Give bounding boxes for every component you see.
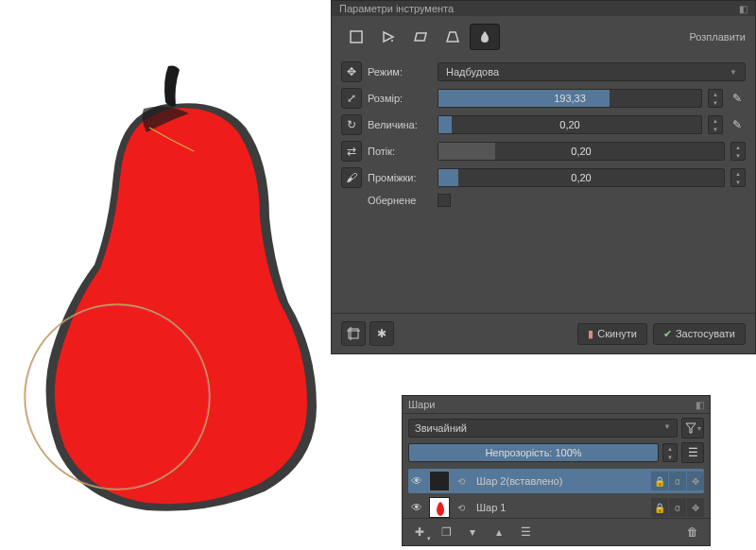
size-label: Розмір: — [368, 93, 432, 104]
tool-mode-perspective[interactable] — [438, 24, 468, 50]
canvas-area[interactable] — [0, 0, 331, 550]
mode-value: Надбудова — [446, 66, 499, 77]
layers-detach-icon[interactable]: ◧ — [696, 400, 704, 410]
visibility-icon[interactable]: 👁 — [408, 501, 425, 514]
svg-rect-2 — [351, 31, 362, 43]
alpha-lock-icon[interactable]: α — [669, 472, 686, 490]
expand-icon[interactable]: ⤢ — [341, 88, 362, 109]
flow-spinner[interactable]: ▲▼ — [730, 142, 746, 161]
layer-link-icon[interactable]: ⟲ — [454, 476, 469, 487]
panel-titlebar: Параметри інструмента ◧ — [332, 1, 755, 16]
blend-mode-value: Звичайний — [415, 422, 467, 434]
size-value: 193,33 — [438, 90, 701, 107]
layer-row[interactable]: 👁 ⟲ Шар 1 🔒 α ✥ — [408, 495, 704, 520]
layer-name[interactable]: Шар 2(вставлено) — [472, 475, 647, 487]
svg-point-3 — [391, 40, 393, 42]
flow-label: Потік: — [368, 146, 432, 157]
apply-button[interactable]: ✔Застосувати — [653, 323, 746, 345]
reverse-checkbox[interactable] — [438, 194, 451, 207]
magnitude-spinner[interactable]: ▲▼ — [708, 115, 723, 134]
flow-slider[interactable]: 0,20 — [438, 142, 725, 161]
size-slider[interactable]: 193,33 — [438, 89, 702, 108]
spacing-label: Проміжки: — [368, 172, 432, 183]
size-pen-icon[interactable]: ✎ — [729, 90, 746, 107]
magnitude-pen-icon[interactable]: ✎ — [729, 116, 746, 133]
mode-label: Режим: — [368, 66, 432, 77]
reverse-label: Обернене — [368, 195, 432, 206]
crop-icon-button[interactable] — [341, 321, 366, 346]
opacity-slider[interactable]: Непрозорість: 100% — [408, 443, 659, 462]
visibility-icon[interactable]: 👁 — [408, 474, 425, 488]
mode-dropdown[interactable]: Надбудова ▼ — [438, 62, 746, 81]
panel-detach-icon[interactable]: ◧ — [739, 4, 747, 14]
layer-thumbnail[interactable] — [429, 471, 450, 491]
spacing-slider[interactable]: 0,20 — [438, 168, 725, 187]
move-icon[interactable]: ✥ — [341, 61, 362, 82]
bug-icon-button[interactable]: ✱ — [369, 321, 394, 346]
layer-link-icon[interactable]: ⟲ — [454, 503, 469, 513]
chevron-down-icon: ▼ — [663, 422, 671, 434]
tool-mode-toolbar: Розплавити — [332, 16, 755, 58]
layers-panel: Шари ◧ Звичайний ▼ ▾ Непрозорість: 100% … — [402, 395, 711, 546]
duplicate-layer-button[interactable]: ❐ — [437, 523, 455, 541]
properties-button[interactable]: ☰ — [516, 523, 535, 541]
layer-name[interactable]: Шар 1 — [472, 502, 647, 513]
lock-icon[interactable]: 🔒 — [651, 472, 668, 490]
tool-options-panel: Параметри інструмента ◧ Розплавити ✥ Реж… — [331, 0, 756, 354]
size-spinner[interactable]: ▲▼ — [708, 89, 723, 108]
move-lock-icon[interactable]: ✥ — [687, 498, 704, 517]
reset-button[interactable]: ▮Скинути — [577, 323, 647, 345]
layers-title: Шари ◧ — [403, 396, 710, 414]
tool-mode-play[interactable] — [373, 24, 404, 50]
blend-mode-dropdown[interactable]: Звичайний ▼ — [408, 419, 678, 438]
filter-button[interactable]: ▾ — [681, 418, 704, 438]
tool-mode-shear[interactable] — [405, 24, 436, 50]
tool-link-liquify[interactable]: Розплавити — [689, 31, 746, 43]
alpha-lock-icon[interactable]: α — [669, 498, 686, 517]
spacing-value: 0,20 — [438, 169, 724, 186]
layer-thumbnail[interactable] — [429, 497, 450, 518]
move-lock-icon[interactable]: ✥ — [687, 472, 704, 490]
add-layer-button[interactable]: ✚▾ — [410, 523, 429, 541]
rotate-icon[interactable]: ↻ — [341, 114, 362, 135]
opacity-menu-button[interactable]: ☰ — [681, 442, 704, 463]
brush-icon[interactable]: 🖌 — [341, 167, 362, 188]
move-down-button[interactable]: ▾ — [463, 523, 482, 541]
tool-mode-rect[interactable] — [341, 24, 371, 50]
magnitude-label: Величина: — [368, 119, 432, 130]
lock-icon[interactable]: 🔒 — [651, 498, 668, 517]
spacing-spinner[interactable]: ▲▼ — [730, 168, 746, 187]
magnitude-slider[interactable]: 0,20 — [438, 115, 702, 134]
layer-row[interactable]: 👁 ⟲ Шар 2(вставлено) 🔒 α ✥ — [408, 469, 704, 493]
delete-layer-button[interactable]: 🗑 — [683, 523, 702, 541]
move-up-button[interactable]: ▴ — [490, 523, 508, 541]
opacity-value: Непрозорість: 100% — [485, 447, 581, 458]
opacity-spinner[interactable]: ▲▼ — [662, 443, 678, 462]
magnitude-value: 0,20 — [438, 116, 701, 133]
flow-value: 0,20 — [438, 143, 724, 160]
chevron-down-icon: ▼ — [730, 68, 737, 77]
panel-title-text: Параметри інструмента — [339, 3, 454, 14]
flow-icon[interactable]: ⇄ — [341, 141, 362, 162]
tool-mode-liquify[interactable] — [470, 24, 500, 50]
